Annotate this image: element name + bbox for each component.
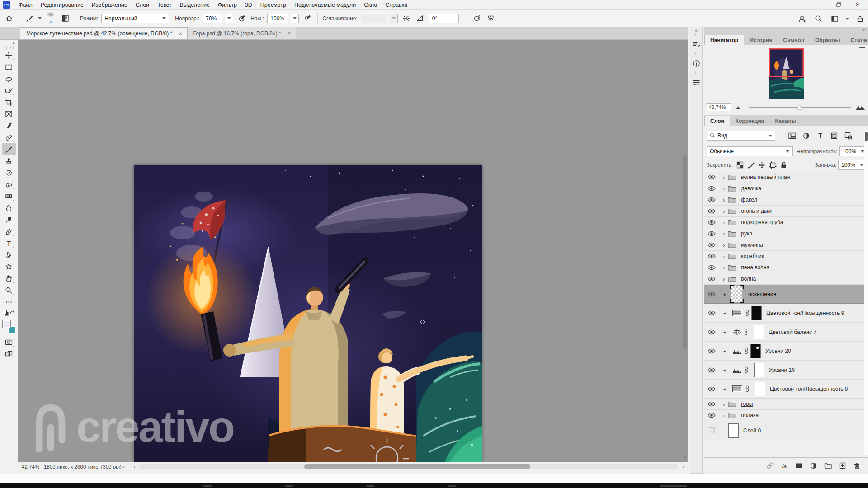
expand-chevron-icon[interactable]: › [723,208,725,215]
zoom-in-icon[interactable] [855,103,865,112]
zoom-out-icon[interactable] [735,103,745,112]
layer-mask-thumbnail[interactable] [754,363,764,377]
layer-row-кораблик[interactable]: ›кораблик [704,251,864,262]
layer-thumbnail[interactable] [728,423,739,438]
blend-mode-select[interactable]: Нормальный [101,14,169,23]
panel-tab-История[interactable]: История [744,35,778,45]
slider-thumb[interactable] [797,105,802,109]
expand-chevron-icon[interactable]: › [723,401,725,408]
layer-visibility-eye-icon[interactable] [704,304,719,322]
history-brush-tool[interactable] [2,167,16,178]
menu-item-8[interactable]: 3D [241,0,256,10]
panel-tab-Символ[interactable]: Символ [778,35,810,45]
layer-name[interactable]: Цветовой баланс 7 [769,329,816,335]
close-tab-icon[interactable]: ✕ [179,31,182,36]
layer-name[interactable]: Уровни 20 [765,348,791,354]
expand-chevron-icon[interactable]: › [723,219,725,226]
layer-visibility-eye-icon[interactable] [704,399,719,409]
status-zoom[interactable]: 42,74% [22,464,39,469]
move-tool[interactable] [2,49,16,61]
toolbar-expand-icon[interactable]: » [0,40,18,46]
properties-icon[interactable] [691,77,702,88]
menu-item-10[interactable]: Подключаемые модули [290,0,360,10]
navigator-zoom-slider[interactable] [749,107,851,108]
expand-chevron-icon[interactable]: › [723,276,725,282]
add-adjustment-button[interactable] [809,461,818,470]
layer-row-Цветовой тон/Насыщенность 9[interactable]: Цветовой тон/Насыщенность 9 [704,304,864,323]
path-select-tool[interactable] [2,249,16,261]
layer-row-волна первый план[interactable]: ›волна первый план [704,172,864,183]
layer-visibility-eye-icon[interactable] [704,273,719,284]
layer-visibility-eye-icon[interactable] [704,217,719,228]
smoothing-input[interactable] [361,14,387,23]
layer-visibility-eye-icon[interactable] [704,228,719,239]
layer-name[interactable]: пена волна [741,264,769,271]
menu-item-9[interactable]: Просмотр [256,0,290,10]
layer-visibility-eye-icon[interactable] [704,206,719,216]
lock-position-icon[interactable] [758,161,766,169]
lock-pixels-icon[interactable] [747,161,755,169]
expand-chevron-icon[interactable]: › [723,242,725,249]
navigator-panel-menu-icon[interactable] [859,44,865,49]
smoothing-caret[interactable] [390,14,398,23]
menu-item-5[interactable]: Текст [153,0,175,10]
expand-chevron-icon[interactable]: › [723,197,725,203]
status-menu-arrow[interactable]: › [122,464,126,469]
menu-item-12[interactable]: Справка [381,0,411,10]
layer-visibility-eye-icon[interactable] [704,361,719,379]
layer-row-Слой 0[interactable]: Слой 0 [704,421,864,440]
layer-row-девочка[interactable]: ›девочка [704,183,864,194]
canvas-area[interactable]: creativo ⌄ [18,40,688,462]
share-icon[interactable] [854,13,865,24]
type-tool[interactable]: T [2,237,16,249]
panel-tab-Коррекция[interactable]: Коррекция [730,116,770,126]
workspace-caret[interactable] [845,18,849,20]
layer-row-освещение[interactable]: освещение [704,285,864,304]
home-icon[interactable] [4,13,14,24]
opacity-caret[interactable] [226,14,233,23]
frame-tool[interactable] [2,108,16,120]
navigator-zoom-value[interactable]: 42,74% [707,103,731,111]
layer-row-огонь и дым[interactable]: ›огонь и дым [704,206,864,217]
object-selection-tool[interactable] [2,84,16,96]
scroll-right-arrow[interactable]: › [681,464,685,469]
layer-opacity-input[interactable]: 100% [839,146,859,156]
expand-chevron-icon[interactable]: › [723,230,725,237]
layer-name[interactable]: горы [741,401,753,407]
foreground-color-swatch[interactable] [2,320,11,328]
layer-name[interactable]: подзорная труба [741,219,783,225]
expand-panels-icon[interactable]: » [704,27,868,34]
layer-blend-mode-select[interactable]: Обычные [707,146,793,156]
lock-artboard-icon[interactable] [769,161,777,169]
expand-chevron-icon[interactable]: › [723,185,725,192]
smart-object-filter-icon[interactable] [843,131,853,140]
layer-row-пена волна[interactable]: ›пена волна [704,262,864,273]
expand-chevron-icon[interactable]: › [723,174,725,181]
shape-layer-filter-icon[interactable] [829,131,839,140]
flow-caret[interactable] [291,14,299,23]
type-layer-filter-icon[interactable]: T [815,131,825,140]
layer-fill-input[interactable]: 100% [838,160,858,170]
symmetry-icon[interactable] [486,13,496,24]
pixel-layer-filter-icon[interactable] [787,131,797,140]
brush-tool[interactable] [2,143,16,155]
layer-name[interactable]: Слой 0 [743,427,761,434]
layer-row-волна[interactable]: ›волна [704,273,864,285]
screen-mode-icon[interactable] [2,348,16,360]
gradient-tool[interactable] [2,190,16,202]
layer-name[interactable]: мужчина [741,242,763,248]
layers-scrollbar[interactable] [864,130,868,455]
layer-visibility-eye-icon[interactable] [704,410,719,421]
layer-row-горы[interactable]: ›горы [704,399,864,410]
menu-item-3[interactable]: Изображение [88,0,132,10]
adjustment-layer-filter-icon[interactable] [801,131,811,140]
menu-item-4[interactable]: Слои [132,0,153,10]
scroll-down-arrow[interactable]: ⌄ [683,453,687,459]
layer-mask-thumbnail[interactable] [754,325,764,339]
search-icon[interactable] [813,13,824,24]
dodge-tool[interactable] [2,214,16,225]
zoom-tool[interactable] [2,284,16,296]
layer-mask-thumbnail[interactable] [751,306,762,320]
layer-mask-thumbnail[interactable] [755,382,765,396]
panel-tab-Слои[interactable]: Слои [704,116,730,126]
